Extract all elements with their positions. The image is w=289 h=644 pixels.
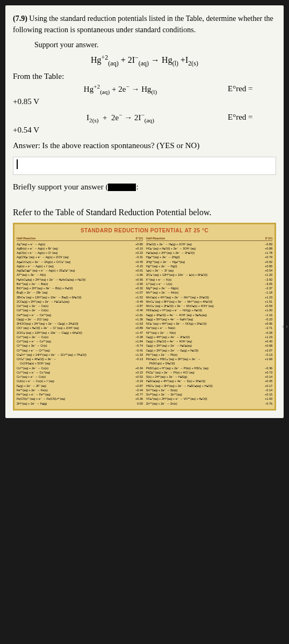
eq1-ered-label: E°red =	[228, 84, 276, 93]
table-right-column: Half-Reaction E°(V) 2H₂O(l) + 2e⁻ → H₂(g…	[146, 237, 272, 406]
potential-cell: +1.23	[257, 295, 272, 299]
potential-cell: +1.20	[257, 273, 272, 277]
potential-cell: +1.36	[128, 317, 143, 321]
reaction-cell: Cl₂(g) + 2e⁻ → 2Cl⁻(aq)	[17, 317, 128, 321]
table-row: Sn⁴⁺(aq) + 2e⁻ → Sn²⁺(aq)+0.15	[146, 392, 272, 397]
reaction-cell: O₂(g) + 4H⁺(aq) + 4e⁻ → 2H₂O(l)	[146, 335, 257, 339]
problem-body: Using the standard reduction potentials …	[13, 14, 273, 34]
table-row: 2HClO(aq) + 2H⁺(aq) + 2e⁻ → Cl₂(g) + 2H₂…	[17, 321, 143, 326]
table-row: Ag(S₂O₃)₂³⁻(aq) + e⁻ → Ag(s) + 2S₂O₃²⁻(a…	[17, 268, 143, 273]
answer-input[interactable]	[13, 157, 276, 175]
reaction-cell: Fe(CN)₆³⁻(aq) + e⁻ → Fe(CN)₆⁴⁻(aq)	[17, 397, 128, 401]
reaction-cell: Sn⁴⁺(aq) + 2e⁻ → Sn²⁺(aq)	[146, 392, 257, 397]
potential-cell: +0.34	[128, 366, 143, 370]
table-row: N₂(g) + 4H₂O(l) + 4e⁻ → 4OH⁻(aq) + N₂H₄(…	[146, 313, 272, 317]
reaction-cell: 2CO₂(g) + 2H⁺(aq) + 2e⁻ → H₂C₂O₄(aq)	[17, 299, 128, 304]
table-row: 2IO₃⁻(aq) + 12H⁺(aq) + 10e⁻ → I₂(s) + 6H…	[146, 273, 272, 277]
table-row: Fe³⁺(aq) + e⁻ → Fe²⁺(aq)+0.77	[17, 392, 143, 397]
reaction-cell: Hg²⁺(aq) + 2e⁻ → Hg(l)	[146, 264, 257, 268]
reaction-cell: MnO₄⁻(aq) + 8H⁺(aq) + 5e⁻ → Mn²⁺(aq) + 4…	[146, 299, 257, 304]
reaction-cell: HO₂⁻(aq) + H₂O(l) + 2e⁻ → 3OH⁻(aq)	[146, 246, 257, 251]
table-row: Fe²⁺(aq) + 2e⁻ → Fe(s)−0.44	[17, 388, 143, 392]
worksheet-page: (7.9) Using the standard reduction poten…	[5, 5, 284, 418]
table-row: AgBr(s) + e⁻ → Ag(s) + Br⁻(aq)+0.10	[17, 246, 143, 251]
reaction-cell: 2H₂O(l) + 2e⁻ → H₂(g) + 2OH⁻(aq)	[146, 242, 257, 246]
table-row: BiO⁺(aq) + 2H⁺(aq) + 3e⁻ → Bi(s) + H₂O(l…	[17, 286, 143, 290]
potential-cell: +0.73	[257, 370, 272, 375]
potential-cell	[128, 361, 143, 365]
table-row: Ag(CN)₂⁻(aq) + e⁻ → Ag(s) + 2CN⁻(aq)−0.3…	[17, 255, 143, 259]
table-row: MnO₄⁻(aq) + 8H⁺(aq) + 5e⁻ → Mn²⁺(aq) + 4…	[146, 299, 272, 304]
reaction-cell: Br₂(l) + 2e⁻ → 2Br⁻(aq)	[17, 290, 128, 295]
eq1-formula: Hg+2(aq) + 2e− → Hg(l)	[13, 83, 228, 95]
table-row: HO₂⁻(aq) + H₂O(l) + 2e⁻ → 3OH⁻(aq)+0.88	[146, 246, 272, 251]
potential-cell: −1.66	[128, 273, 143, 277]
reaction-cell: Ag(CN)₂⁻(aq) + e⁻ → Ag(s) + 2CN⁻(aq)	[17, 255, 128, 259]
table-row: H₂SO₃(aq) + 4H⁺(aq) + 4e⁻ → S(s) + 3H₂O(…	[146, 379, 272, 383]
table-row: HNO₂(aq) + H⁺(aq) + e⁻ → NO(g) + H₂O(l)+…	[146, 308, 272, 312]
potential-cell: +0.96	[257, 321, 272, 326]
potential-cell: +0.32	[128, 286, 143, 290]
reaction-cell: F₂(g) + 2e⁻ → 2F⁻(aq)	[17, 384, 128, 388]
potential-cell: 0.00	[128, 401, 143, 406]
potential-cell: +1.23	[257, 335, 272, 339]
reaction-cell: Co²⁺(aq) + 2e⁻ → Co(s)	[17, 335, 128, 339]
eq1-voltage: +0.85 V	[13, 97, 276, 106]
table-row: Pb²⁺(aq) + 2e⁻ → Pb(s)−0.13	[146, 353, 272, 357]
potential-cell: +1.51	[257, 299, 272, 304]
table-row: Li⁺(aq) + e⁻ → Li(s)−3.05	[146, 282, 272, 286]
half-reaction-2: I2(s) + 2e− → 2I−(aq) E°red =	[13, 112, 276, 123]
table-row: O₂(g) + 2H⁺(aq) + 2e⁻ → H₂O₂(aq)+0.68	[146, 343, 272, 348]
reaction-cell: O₃(g) + 2H⁺(aq) + 2e⁻ → O₂(g) + H₂O(l)	[146, 348, 257, 353]
scroll-indicator-icon[interactable]: ‹ ›	[282, 322, 288, 330]
reaction-cell: Cr³⁺(aq) + 3e⁻ → Cr(s)	[17, 343, 128, 348]
reaction-cell: VO₂⁺(aq) + 2H⁺(aq) + e⁻ → VO²⁺(aq) + H₂O…	[146, 397, 257, 401]
eq2-formula: I2(s) + 2e− → 2I−(aq)	[13, 112, 228, 123]
potential-cell: +0.01	[128, 268, 143, 273]
potential-cell: +0.59	[257, 304, 272, 308]
table-row: K⁺(aq) + e⁻ → K(s)−2.92	[146, 277, 272, 282]
potential-cell: −0.15	[128, 264, 143, 268]
reaction-cell: H₃AsO₄(aq) + 2H⁺(aq) + 2e⁻ → H₃AsO₃(aq) …	[17, 277, 128, 282]
table-row: I₂(s) + 2e⁻ → 2I⁻(aq)+0.54	[146, 268, 272, 273]
potential-cell: −0.44	[128, 388, 143, 392]
table-row: AgCl(s) + e⁻ → Ag(s) + Cl⁻(aq)+0.22	[17, 251, 143, 255]
table-row: Hg₂²⁺(aq) + 2e⁻ → 2Hg(l)+0.79	[146, 255, 272, 259]
reaction-cell: Ag⁺(aq) + e⁻ → Ag(s)	[17, 242, 128, 246]
col-header-reaction: Half-Reaction	[146, 237, 257, 240]
potential-cell: +0.10	[128, 246, 143, 251]
problem-statement: (7.9) Using the standard reduction poten…	[13, 13, 276, 35]
reaction-cell: AgCl(s) + e⁻ → Ag(s) + Cl⁻(aq)	[17, 251, 128, 255]
table-row: PtCl₄²⁻(aq) + 2e⁻ → Pt(s) + 4Cl⁻(aq)+0.7…	[146, 370, 272, 375]
main-reaction-formula: Hg+2(aq) + 2I−(aq) → Hg(l) +I2(s)	[13, 54, 276, 68]
potential-cell: +1.47	[128, 331, 143, 335]
reaction-cell: Cr(OH)₃(s) + 5OH⁻(aq)	[17, 361, 128, 365]
reaction-cell: CuI(s) + e⁻ → Cu(s) + I⁻(aq)	[17, 379, 128, 383]
table-row: NO₃⁻(aq) + 4H⁺(aq) + 3e⁻ → NO(g) + 2H₂O(…	[146, 321, 272, 326]
potential-cell: −0.41	[128, 348, 143, 353]
redacted-text	[108, 184, 136, 191]
col-header-e: E°(V)	[128, 237, 143, 240]
potential-cell: +0.89	[128, 326, 143, 330]
table-row: 2ClO₃⁻(aq) + 12H⁺(aq) + 10e⁻ → Cl₂(g) + …	[17, 331, 143, 335]
reaction-cell: Ca²⁺(aq) + 2e⁻ → Ca(s)	[17, 304, 128, 308]
reaction-cell: Fe³⁺(aq) + e⁻ → Fe²⁺(aq)	[17, 392, 128, 397]
reaction-cell: Zn²⁺(aq) + 2e⁻ → Zn(s)	[146, 401, 257, 406]
table-row: Ca²⁺(aq) + 2e⁻ → Ca(s)−2.87	[17, 304, 143, 308]
table-row: PbSO₄(s) + 2H₂O(l)	[146, 361, 272, 365]
reaction-cell: 2Hg²⁺(aq) + 2e⁻ → Hg₂²⁺(aq)	[146, 260, 257, 264]
reaction-cell: Ba²⁺(aq) + 2e⁻ → Ba(s)	[17, 282, 128, 286]
table-row: Cl₂(g) + 2e⁻ → 2Cl⁻(aq)+1.36	[17, 317, 143, 321]
reaction-cell: H₂SO₃(aq) + 4H⁺(aq) + 4e⁻ → S(s) + 3H₂O(…	[146, 379, 257, 383]
potential-cell: −2.71	[257, 326, 272, 330]
table-row: Ni²⁺(aq) + 2e⁻ → Ni(s)−0.28	[146, 331, 272, 335]
table-row: CuI(s) + e⁻ → Cu(s) + I⁻(aq)−0.19	[17, 379, 143, 383]
potential-cell: −2.90	[128, 282, 143, 286]
table-row: Cu⁺(aq) + e⁻ → Cu(s)+0.52	[17, 375, 143, 379]
reduction-potential-table: STANDARD REDUCTION POTENTIAL AT 25 °C Ha…	[13, 223, 276, 411]
reaction-cell: Cr³⁺(aq) + e⁻ → Cr²⁺(aq)	[17, 348, 128, 353]
table-row: Cr(OH)₃(s) + 5OH⁻(aq)	[17, 361, 143, 365]
potential-cell: +0.77	[128, 392, 143, 397]
potential-cell: −0.31	[128, 255, 143, 259]
table-row: Co²⁺(aq) + 2e⁻ → Co(s)−0.28	[17, 335, 143, 339]
